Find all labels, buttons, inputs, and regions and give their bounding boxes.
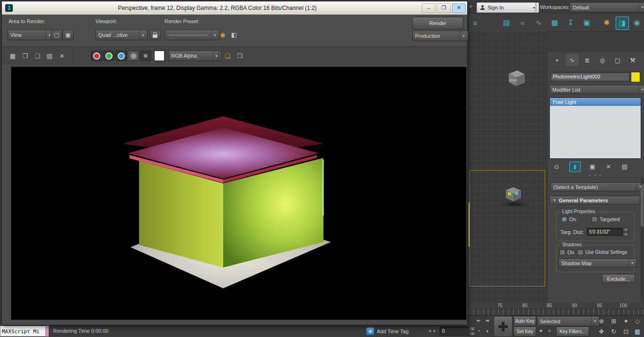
clone-rendered-frame-icon[interactable]: ❏	[222, 51, 233, 61]
field-of-view-icon[interactable]: ◇	[633, 317, 642, 325]
tab-motion[interactable]: ◎	[596, 54, 609, 66]
targ-dist-spinner[interactable]: ▲ ▼	[623, 227, 629, 237]
targeted-checkbox[interactable]: Targeted	[592, 216, 620, 222]
modifier-list-dropdown[interactable]: Modifier List ▼	[549, 85, 644, 94]
trackbar-scroll-right-icon[interactable]: ▸	[434, 328, 436, 333]
minimize-button[interactable]: –	[422, 3, 435, 13]
titlebar[interactable]: 3 Perspective, frame 12, Display Gamma: …	[2, 1, 467, 15]
key-window-icon[interactable]: ✧	[546, 327, 553, 335]
render-canvas[interactable]	[11, 67, 467, 320]
maxscript-mini-listener[interactable]: MAXScript Mi	[0, 326, 46, 337]
toolbar-overflow-chevron[interactable]: »	[469, 3, 472, 9]
blue-channel-button[interactable]	[115, 51, 127, 61]
orbit-icon[interactable]: ↻	[609, 327, 618, 336]
schematic-view-icon[interactable]: ▦	[548, 17, 561, 29]
trackbar-scroll-left-icon[interactable]: ◂	[428, 328, 431, 333]
set-keys-button[interactable]	[494, 316, 513, 337]
auto-key-button[interactable]: Auto Key	[513, 316, 536, 326]
scene-explorer-icon[interactable]: ≡	[469, 17, 481, 29]
sign-in-button[interactable]: Sign In ▼	[477, 2, 539, 13]
tab-hierarchy[interactable]: ≣	[581, 54, 594, 66]
render-setup-icon[interactable]: ✱	[600, 17, 613, 29]
zoom-icon[interactable]: ⊕	[597, 317, 606, 325]
rollout-general-parameters[interactable]: ▼ General Parameters	[549, 196, 640, 205]
stack-item-free-light[interactable]: Free Light	[550, 98, 641, 106]
next-frame-icon[interactable]: ↠	[483, 317, 491, 324]
curve-editor-icon[interactable]: ∿	[532, 17, 545, 29]
scrollbar-thumb[interactable]	[641, 184, 644, 227]
new-key-mode-icon[interactable]: ✦	[537, 327, 545, 335]
macro-recorder-strip[interactable]	[46, 326, 49, 337]
maximize-button[interactable]: ❐	[437, 3, 451, 13]
configure-modifier-sets-icon[interactable]: ▤	[619, 162, 630, 171]
monochrome-channel-button[interactable]	[128, 51, 139, 61]
viewport-dropdown[interactable]: Quad ...ctive ▼	[96, 30, 148, 40]
clear-image-icon[interactable]: ✕	[57, 51, 67, 61]
make-unique-icon[interactable]: ▣	[587, 162, 598, 171]
save-image-icon[interactable]: ▦	[8, 51, 18, 61]
shadow-type-dropdown[interactable]: Shadow Map ▼	[558, 259, 637, 268]
display-gamma-icon[interactable]: ◧	[229, 30, 239, 39]
tab-create[interactable]: +	[550, 54, 564, 66]
close-button[interactable]: ✕	[452, 3, 466, 13]
zoom-region-icon[interactable]: ⊡	[621, 327, 631, 336]
show-end-result-icon[interactable]: ‖	[569, 162, 581, 172]
targ-dist-field[interactable]: 5'0 31/32"	[587, 228, 624, 236]
area-to-render-dropdown[interactable]: View ▼	[8, 30, 54, 40]
selection-set-dropdown[interactable]: Selected ▼	[537, 316, 600, 326]
material-editor-icon[interactable]: ▣	[581, 17, 593, 29]
render-preset-teapot-icon[interactable]: ◉	[218, 30, 228, 39]
previous-frame-icon[interactable]: ↞	[475, 317, 482, 324]
zoom-extents-icon[interactable]: ✦	[621, 317, 631, 325]
render-mode-dropdown[interactable]: Production ▼	[412, 31, 468, 41]
shadows-on-checkbox[interactable]: On	[559, 249, 574, 255]
green-channel-button[interactable]	[103, 51, 114, 61]
copy-image-icon[interactable]: ❐	[20, 51, 30, 61]
channel-display-dropdown[interactable]: RGB Alpha ▼	[168, 51, 221, 61]
zoom-all-icon[interactable]: ⊞	[609, 317, 618, 325]
exclude-button[interactable]: Exclude...	[602, 274, 635, 283]
print-image-icon[interactable]: ▤	[44, 51, 55, 61]
key-filters-button[interactable]: Key Filters...	[556, 327, 589, 337]
maximize-viewport-icon[interactable]: ▦	[633, 327, 642, 336]
light-color-swatch[interactable]	[631, 72, 640, 82]
tab-modify[interactable]: ∿	[566, 54, 579, 66]
remove-modifier-icon[interactable]: ✕	[603, 162, 614, 171]
render-button[interactable]: Render	[412, 17, 463, 29]
ribbon-toggle-icon[interactable]: ≈	[516, 17, 529, 29]
lock-viewport-button[interactable]	[149, 30, 161, 40]
alpha-channel-button[interactable]	[140, 51, 151, 61]
spinner-up-icon[interactable]: ▲	[623, 227, 629, 232]
track-bar[interactable]	[468, 309, 644, 315]
key-tangent-out-icon[interactable]: ◑	[483, 327, 491, 335]
set-key-button[interactable]: Set Key	[513, 327, 536, 337]
pin-stack-icon[interactable]: ⊙	[551, 162, 562, 171]
composite-layers-icon[interactable]: ❒	[235, 51, 245, 61]
clone-window-icon[interactable]: ❑	[32, 51, 43, 61]
front-view-cube[interactable]: FRONT	[505, 68, 527, 88]
object-name-field[interactable]: PhotometricLight002	[550, 72, 630, 81]
key-tangent-in-icon[interactable]: ◔	[475, 327, 482, 335]
workspaces-dropdown[interactable]: Default ▼	[570, 2, 644, 12]
tab-display[interactable]: ▢	[611, 54, 624, 66]
template-dropdown[interactable]: (Select a Template) ▼	[550, 182, 644, 191]
red-channel-button[interactable]	[91, 51, 102, 61]
viewport-background[interactable]: FRONT	[468, 31, 547, 302]
on-checkbox[interactable]: ✓ On	[561, 216, 576, 222]
render-preset-dropdown[interactable]: ▼	[165, 30, 219, 40]
render-production-icon[interactable]: ◉	[631, 17, 643, 29]
panel-splitter-handle[interactable]: • • •	[581, 173, 611, 177]
spinner-down-icon[interactable]: ▼	[623, 232, 629, 237]
use-global-settings-checkbox[interactable]: Use Global Settings	[577, 249, 627, 255]
tab-utilities[interactable]: ⚒	[626, 54, 639, 66]
pan-icon[interactable]: ✥	[597, 327, 606, 336]
add-time-tag-icon[interactable]: ⊕	[366, 328, 374, 335]
modifier-stack[interactable]: Free Light	[549, 97, 641, 159]
background-color-swatch[interactable]	[154, 51, 165, 61]
panel-scrollbar[interactable]	[641, 178, 644, 302]
add-time-tag-label[interactable]: Add Time Tag	[377, 328, 409, 335]
timeline-ruler[interactable]: 75 80 85 90 95 100	[468, 302, 644, 309]
auto-region-icon[interactable]: ▣	[62, 30, 74, 40]
motion-mixer-icon[interactable]: ↧	[565, 17, 577, 29]
current-frame-field[interactable]: 0	[440, 327, 473, 336]
